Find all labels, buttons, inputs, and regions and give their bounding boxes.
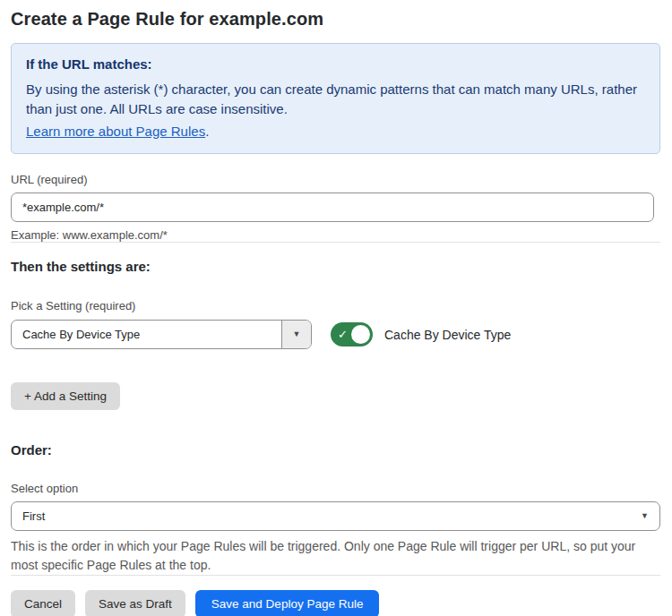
section-divider: [11, 242, 660, 243]
toggle-label: Cache By Device Type: [384, 328, 511, 342]
url-field-label: URL (required): [11, 173, 660, 186]
setting-select-arrow-button[interactable]: ▼: [281, 321, 311, 348]
info-banner-body: By using the asterisk (*) character, you…: [26, 80, 645, 120]
page-title: Create a Page Rule for example.com: [11, 9, 660, 30]
link-suffix: .: [205, 124, 209, 139]
url-match-info-banner: If the URL matches: By using the asteris…: [11, 43, 660, 154]
learn-more-link[interactable]: Learn more about Page Rules: [26, 124, 205, 139]
setting-row: Cache By Device Type ▼ ✓ Cache By Device…: [11, 320, 660, 349]
add-setting-button[interactable]: + Add a Setting: [11, 382, 120, 410]
footer-actions: Cancel Save as Draft Save and Deploy Pag…: [11, 590, 660, 616]
save-deploy-button[interactable]: Save and Deploy Page Rule: [195, 590, 380, 616]
setting-select-value: Cache By Device Type: [12, 321, 281, 348]
page-rule-form: Create a Page Rule for example.com If th…: [0, 0, 672, 616]
setting-picker-label: Pick a Setting (required): [11, 299, 660, 312]
save-draft-button[interactable]: Save as Draft: [85, 590, 185, 616]
order-select[interactable]: First ▼: [11, 501, 660, 531]
settings-section-heading: Then the settings are:: [11, 259, 660, 274]
order-select-label: Select option: [11, 482, 660, 495]
toggle-knob: [351, 325, 370, 344]
cancel-button[interactable]: Cancel: [11, 590, 75, 616]
footer-divider: [11, 575, 660, 576]
setting-select[interactable]: Cache By Device Type ▼: [11, 320, 312, 349]
cache-by-device-toggle[interactable]: ✓: [331, 322, 373, 346]
order-help-text: This is the order in which your Page Rul…: [11, 537, 656, 575]
info-banner-heading: If the URL matches:: [26, 55, 645, 75]
url-example-hint: Example: www.example.com/*: [11, 228, 660, 242]
chevron-down-icon: ▼: [293, 330, 301, 338]
info-banner-link-line: Learn more about Page Rules.: [26, 122, 645, 142]
order-select-value: First: [22, 509, 45, 523]
chevron-down-icon: ▼: [641, 512, 649, 520]
check-icon: ✓: [338, 328, 348, 341]
url-input[interactable]: [11, 192, 654, 222]
order-section-heading: Order:: [11, 442, 660, 458]
